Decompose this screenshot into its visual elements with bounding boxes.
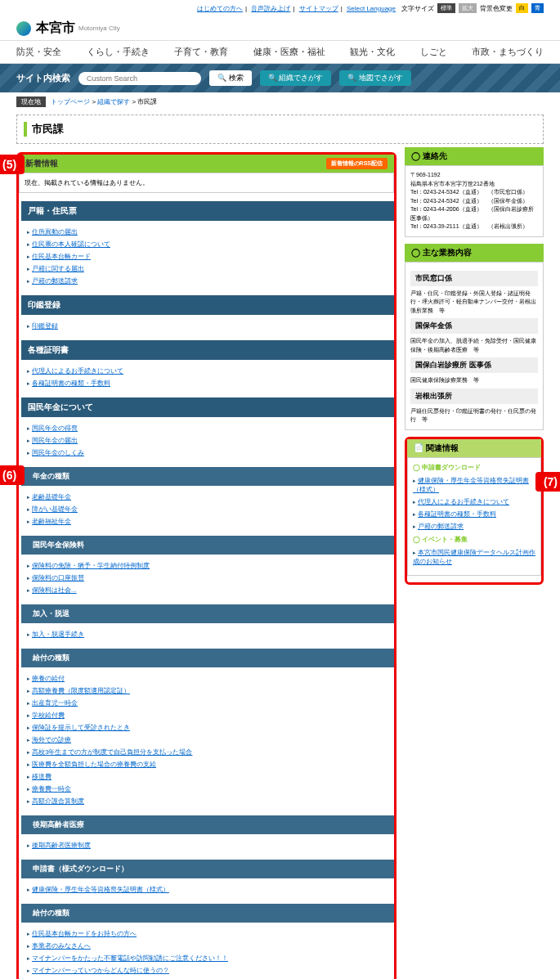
content-link[interactable]: 高校3年生までの方が制度で自己負担分を支払った場合: [32, 748, 192, 756]
content-link[interactable]: 高額療養費（限度額適用認定証）: [32, 687, 130, 694]
site-logo[interactable]: 本宮市 Motomiya City: [0, 16, 560, 40]
content-link[interactable]: 加入・脱退手続き: [32, 631, 84, 638]
content-link[interactable]: 戸籍の郵送請求: [32, 277, 78, 285]
biz-subhead: 市民窓口係: [410, 271, 538, 286]
biz-text: 国民健康保険診療業務 等: [410, 376, 538, 385]
subcategory-header: 後期高齢者医療: [19, 815, 394, 834]
subcategory-header: 申請書（様式ダウンロード）: [19, 860, 394, 878]
content-link[interactable]: 保険料は社会...: [32, 586, 77, 594]
callout-tag: (5): [0, 155, 25, 174]
content-link[interactable]: 保険料の口座振替: [32, 574, 84, 582]
breadcrumb: 現在地 トップページ > 組織で探す > 市民課: [0, 92, 560, 111]
related-link[interactable]: 本宮市国民健康保険データヘルス計画作成のお知らせ: [413, 549, 535, 565]
crumb-link[interactable]: 組織で探す: [97, 98, 130, 106]
content-link[interactable]: マイナンバーっていつからどんな時に使うの？: [32, 967, 169, 974]
search-label: サイト内検索: [16, 72, 70, 84]
biz-box: 市民窓口係戸籍・住民・印鑑登録・外国人登録・諸証明発行・埋火葬許可・軽自動車ナン…: [405, 262, 544, 430]
news-empty: 現在、掲載されている情報はありません。: [19, 173, 394, 193]
nav-item[interactable]: しごと: [420, 46, 447, 58]
content-link[interactable]: 印鑑登録: [32, 322, 58, 330]
page-title: 市民課: [24, 122, 536, 137]
related-link[interactable]: 戸籍の郵送請求: [418, 523, 464, 530]
category-header: 戸籍・住民票: [19, 201, 394, 221]
nav-item[interactable]: 健康・医療・福祉: [253, 46, 325, 58]
font-std-button[interactable]: 標準: [437, 3, 455, 13]
bg-white-button[interactable]: 白: [516, 3, 528, 13]
crumb-current: 市民課: [137, 98, 157, 106]
content-link[interactable]: 海外での診療: [32, 736, 71, 743]
nav-item[interactable]: 防災・安全: [16, 46, 61, 58]
content-link[interactable]: 保険証を提示して受診されたとき: [32, 724, 130, 731]
related-link[interactable]: 各種証明書の種類・手数料: [418, 510, 496, 518]
content-link[interactable]: 国民年金の得喪: [32, 424, 78, 432]
content-link[interactable]: 高額介護合算制度: [32, 797, 84, 805]
contact-header: ◯ 連絡先: [405, 147, 544, 165]
top-link[interactable]: はじめての方へ: [197, 5, 243, 12]
callout-tag: (6): [0, 465, 25, 485]
content-link[interactable]: 移送費: [32, 773, 52, 780]
content-link[interactable]: 療養費一時金: [32, 785, 71, 793]
dl-header: 申請書ダウンロード: [422, 464, 481, 471]
font-big-button[interactable]: 拡大: [459, 3, 477, 13]
fontsize-label: 文字サイズ: [401, 4, 434, 13]
site-sub: Motomiya City: [78, 25, 120, 32]
content-link[interactable]: 代理人によるお手続きについて: [32, 367, 123, 375]
callout-5: (5) (6) 新着情報 新着情報のRSS配信 現在、掲載されている情報はありま…: [16, 152, 396, 979]
content-link[interactable]: 後期高齢者医療制度: [32, 842, 91, 849]
content-link[interactable]: 事業者のみなさんへ: [32, 942, 91, 950]
content-link[interactable]: 戸籍に関する届出: [32, 265, 84, 272]
logo-icon: [16, 21, 31, 36]
subcategory-header: 国民年金保険料: [19, 536, 394, 555]
callout-tag: (7): [535, 472, 560, 492]
subcategory-header: 給付の種類: [19, 649, 394, 667]
content-link[interactable]: 保険料の免除・猶予・学生納付特例制度: [32, 562, 150, 569]
content-link[interactable]: 住所異動の届出: [32, 228, 78, 236]
related-link[interactable]: 代理人によるお手続きについて: [418, 498, 509, 505]
crumb-link[interactable]: トップページ: [51, 98, 90, 106]
search-input[interactable]: [78, 72, 201, 85]
category-header: 印鑑登録: [19, 295, 394, 315]
content-link[interactable]: 住民基本台帳カード: [32, 253, 91, 260]
crumb-badge: 現在地: [16, 97, 46, 107]
search-button[interactable]: 🔍 検索: [209, 70, 252, 86]
nav-item[interactable]: 子育て・教育: [174, 46, 228, 58]
top-link[interactable]: Select Language: [347, 5, 396, 12]
subcategory-header: 加入・脱退: [19, 604, 394, 623]
content-link[interactable]: 健康保険・厚生年金等資格喪失証明書（様式）: [32, 886, 169, 893]
content-link[interactable]: 国民年金の届出: [32, 437, 78, 444]
subcategory-header: 年金の種類: [19, 467, 394, 486]
site-name: 本宮市: [36, 20, 75, 37]
content-link[interactable]: 医療費を全額負担した場合の療養費の支給: [32, 761, 156, 768]
content-link[interactable]: マイナンバーをかたった不審電話や訪問勧誘にご注意ください！！: [32, 954, 228, 962]
content-link[interactable]: 老齢基礎年金: [32, 493, 71, 501]
callout-7: (7) 📄 関連情報 ◯ 申請書ダウンロード 健康保険・厚生年金等資格喪失証明書…: [405, 437, 544, 585]
related-header: 📄 関連情報: [407, 439, 541, 457]
content-link[interactable]: 出産育児一時金: [32, 699, 78, 707]
search-bar: サイト内検索 🔍 検索 🔍 組織でさがす 🔍 地図でさがす: [0, 64, 560, 92]
related-link[interactable]: 健康保険・厚生年金等資格喪失証明書（様式）: [413, 477, 529, 493]
content-link[interactable]: 学校給付費: [32, 712, 65, 719]
bg-blue-button[interactable]: 青: [531, 3, 544, 13]
search-org-button[interactable]: 🔍 組織でさがす: [260, 70, 332, 86]
news-header: 新着情報 新着情報のRSS配信: [19, 155, 394, 173]
nav-item[interactable]: 市政・まちづくり: [472, 46, 544, 58]
event-header: イベント・募集: [422, 536, 468, 543]
content-link[interactable]: 各種証明書の種類・手数料: [32, 379, 110, 387]
nav-item[interactable]: くらし・手続き: [87, 46, 150, 58]
content-link[interactable]: 国民年金のしくみ: [32, 449, 84, 456]
global-nav: 防災・安全 くらし・手続き 子育て・教育 健康・医療・福祉 観光・文化 しごと …: [0, 40, 560, 64]
top-link[interactable]: サイトマップ: [299, 5, 338, 12]
bgcolor-label: 背景色変更: [480, 4, 513, 13]
biz-text: 戸籍・住民・印鑑登録・外国人登録・諸証明発行・埋火葬許可・軽自動車ナンバー交付・…: [410, 290, 538, 316]
search-map-button[interactable]: 🔍 地図でさがす: [339, 70, 411, 86]
content-link[interactable]: 住民票の本人確認について: [32, 240, 110, 248]
content-link[interactable]: 障がい基礎年金: [32, 505, 78, 513]
nav-item[interactable]: 観光・文化: [350, 46, 395, 58]
top-link[interactable]: 音声読み上げ: [251, 5, 290, 12]
content-link[interactable]: 療養の給付: [32, 675, 65, 682]
content-link[interactable]: 老齢福祉年金: [32, 518, 71, 525]
rss-button[interactable]: 新着情報のRSS配信: [326, 158, 388, 169]
biz-subhead: 岩根出張所: [410, 388, 538, 404]
biz-text: 国民年金の加入、脱退手続・免除受付・国民健康保険・後期高齢者医療 等: [410, 337, 538, 354]
content-link[interactable]: 住民基本台帳カードをお持ちの方へ: [32, 930, 137, 937]
